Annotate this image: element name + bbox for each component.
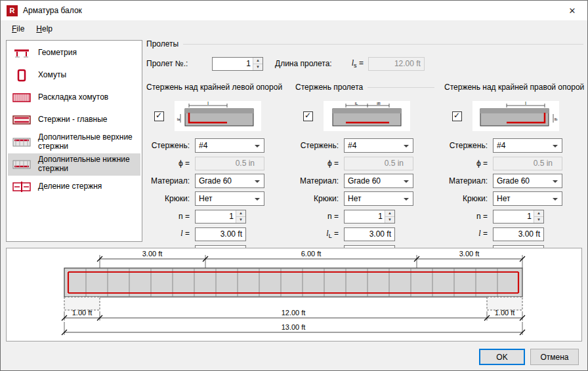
bar-size-label: Стержень: — [295, 141, 344, 150]
diameter-field: 0.5 in — [344, 157, 413, 170]
span-bar-diagram: lL lR — [324, 101, 410, 131]
dim-total: 13.00 ft — [282, 323, 306, 331]
span-bar-title: Стержень пролета — [295, 83, 363, 92]
menu-item-file[interactable]: File — [6, 22, 30, 35]
bar-size-label: Стержень: — [444, 141, 493, 150]
check-icon: ✓ — [453, 111, 460, 120]
title-bar: R Арматура балок ✕ — [1, 1, 587, 20]
spin-up-button[interactable]: ▲ — [534, 210, 543, 217]
stirrups-icon — [12, 69, 32, 82]
span-length-field: 12.00 ft — [368, 57, 425, 71]
span-length-symbol: ls = — [352, 58, 364, 69]
dim-right-support: 1.00 ft — [495, 309, 515, 317]
material-label: Материал: — [146, 176, 195, 186]
spin-down-button[interactable]: ▼ — [534, 217, 543, 223]
spin-down-button[interactable]: ▼ — [385, 217, 394, 223]
spin-up-button[interactable]: ▲ — [253, 58, 262, 64]
left-length-label: lL = — [295, 229, 344, 239]
right-support-bar-title: Стержень над крайней правой опорой — [444, 83, 584, 92]
length-label: l = — [444, 229, 493, 239]
cancel-button[interactable]: Отмена — [530, 349, 579, 365]
diameter-field: 0.5 in — [195, 157, 264, 170]
bar-division-icon — [12, 180, 32, 193]
left-support-bar-diagram: l la — [175, 101, 261, 131]
bar-count-spinner[interactable]: 1 ▲ ▼ — [344, 210, 395, 224]
chevron-down-icon — [404, 198, 409, 201]
left-support — [64, 297, 100, 310]
main-panel: Пролеты Пролет №.: 1 ▲ ▼ Длина пролета: … — [146, 39, 583, 243]
spin-down-button[interactable]: ▼ — [236, 217, 245, 223]
bar-size-select[interactable]: #4 — [195, 138, 264, 153]
material-label: Материал: — [444, 176, 493, 186]
sidebar-item-additional-bottom-bars[interactable]: Дополнительные нижние стержни — [8, 153, 140, 176]
span-number-label: Пролет №.: — [146, 59, 212, 68]
right-support-bar-diagram: l lb — [472, 101, 559, 131]
right-support-bar-section: Стержень над крайней правой опорой ✓ l l… — [444, 82, 583, 262]
main-bars-icon — [12, 113, 32, 127]
chevron-down-icon — [553, 198, 558, 201]
menu-bar: File Help — [1, 20, 587, 37]
span-bar-checkbox[interactable]: ✓ — [303, 111, 313, 121]
hooks-select[interactable]: Нет — [344, 191, 413, 206]
drawing-panel: 3.00 ft 6.00 ft 3.00 ft 1.00 ft 12.00 ft… — [6, 248, 582, 342]
hooks-select[interactable]: Нет — [493, 191, 562, 206]
spin-down-button[interactable]: ▼ — [253, 64, 262, 70]
chevron-down-icon — [255, 145, 260, 147]
bar-size-select[interactable]: #4 — [344, 138, 413, 153]
chevron-down-icon — [553, 145, 558, 147]
count-label: n = — [146, 212, 195, 221]
spin-up-button[interactable]: ▲ — [236, 210, 245, 217]
material-select[interactable]: Grade 60 — [493, 174, 562, 188]
left-bar-checkbox[interactable]: ✓ — [154, 111, 164, 121]
length-label: l = — [146, 229, 195, 239]
chevron-down-icon — [255, 198, 260, 201]
group-divider — [183, 44, 583, 45]
diameter-label: ϕ = — [295, 159, 344, 168]
check-icon: ✓ — [156, 111, 162, 120]
sidebar-item-stirrups[interactable]: Хомуты — [8, 64, 140, 87]
left-support-bar-title: Стержень над крайней левой опорой — [146, 83, 282, 92]
svg-text:lR: lR — [377, 102, 381, 106]
sidebar-item-main-bars[interactable]: Стержни - главные — [8, 109, 140, 131]
spans-row: Пролет №.: 1 ▲ ▼ Длина пролета: ls = 12.… — [146, 56, 583, 71]
bar-count-spinner[interactable]: 1 ▲ ▼ — [195, 210, 246, 224]
spans-group-header: Пролеты — [146, 39, 583, 49]
dim-top-left: 3.00 ft — [142, 250, 163, 258]
hooks-select[interactable]: Нет — [195, 191, 264, 206]
sidebar-item-geometry[interactable]: Геометрия — [8, 42, 140, 64]
material-label: Материал: — [295, 176, 344, 186]
material-select[interactable]: Grade 60 — [344, 174, 413, 188]
close-button[interactable]: ✕ — [557, 1, 587, 20]
bar-size-label: Стержень: — [146, 141, 195, 150]
diameter-field: 0.5 in — [493, 157, 562, 170]
right-support — [487, 297, 522, 310]
right-bar-checkbox[interactable]: ✓ — [452, 111, 462, 121]
check-icon: ✓ — [304, 111, 311, 120]
hooks-label: Крюки: — [444, 194, 493, 203]
sidebar-item-bar-division[interactable]: Деление стержня — [8, 176, 140, 198]
bar-count-spinner[interactable]: 1 ▲ ▼ — [493, 210, 544, 224]
bar-size-select[interactable]: #4 — [493, 138, 562, 153]
diameter-label: ϕ = — [146, 159, 195, 168]
sidebar-item-stirrup-layout[interactable]: Раскладка хомутов — [8, 87, 140, 109]
app-logo-icon: R — [7, 5, 18, 16]
ok-button[interactable]: OK — [479, 349, 525, 365]
spin-up-button[interactable]: ▲ — [385, 210, 394, 217]
bar-length-field[interactable]: 3.00 ft — [195, 227, 246, 241]
bar-length-field[interactable]: 3.00 ft — [493, 227, 544, 241]
left-length-field[interactable]: 3.00 ft — [344, 227, 395, 241]
material-select[interactable]: Grade 60 — [195, 174, 264, 188]
geometry-icon — [12, 47, 32, 60]
beam-elevation-drawing: 3.00 ft 6.00 ft 3.00 ft 1.00 ft 12.00 ft… — [7, 248, 581, 341]
chevron-down-icon — [404, 145, 409, 147]
count-label: n = — [295, 212, 344, 221]
menu-item-help[interactable]: Help — [30, 22, 58, 35]
span-length-label: Длина пролета: — [275, 59, 332, 68]
group-divider — [368, 87, 434, 88]
dialog-window: { "window": { "title": "Арматура балок",… — [0, 0, 588, 371]
chevron-down-icon — [404, 180, 409, 183]
span-number-spinner[interactable]: 1 ▲ ▼ — [212, 57, 263, 71]
additional-bottom-bars-icon — [12, 158, 32, 171]
svg-text:la: la — [177, 117, 180, 121]
sidebar-item-additional-top-bars[interactable]: Дополнительные верхние стержни — [8, 131, 140, 153]
